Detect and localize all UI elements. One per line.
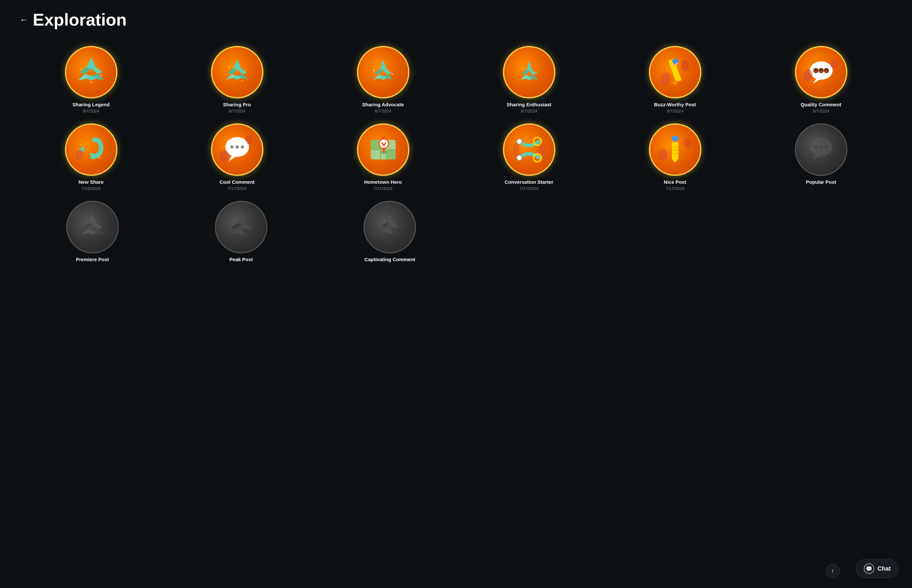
badge-date-hometown-hero: 7/17/2024 bbox=[374, 186, 393, 191]
badge-circle-sharing-legend: ✦ bbox=[65, 46, 118, 99]
badge-circle-sharing-enthusiast: ✦ bbox=[503, 46, 555, 99]
badge-sharing-pro[interactable]: Sharing Pro 8/7/2024 bbox=[166, 46, 308, 113]
svg-point-20 bbox=[241, 80, 243, 81]
svg-point-91 bbox=[512, 143, 520, 157]
badge-circle-cool-comment bbox=[211, 123, 263, 176]
svg-point-101 bbox=[683, 137, 692, 148]
badge-captivating-comment[interactable]: Captivating Comment bbox=[317, 201, 463, 262]
svg-point-45 bbox=[680, 59, 690, 72]
badge-name-new-share: New Share bbox=[78, 179, 104, 185]
badges-container: ✦ bbox=[20, 46, 892, 262]
svg-marker-119 bbox=[386, 213, 393, 223]
badge-circle-sharing-advocate: ✦ bbox=[357, 46, 409, 99]
badge-date-nice-post: 7/17/2024 bbox=[666, 186, 684, 191]
svg-rect-99 bbox=[672, 153, 678, 154]
svg-point-69 bbox=[236, 145, 239, 149]
svg-point-64 bbox=[99, 157, 100, 158]
svg-point-17 bbox=[228, 66, 230, 68]
svg-point-37 bbox=[521, 68, 523, 69]
badge-quality-comment[interactable]: ✦ bbox=[750, 46, 892, 113]
chat-button[interactable]: 💬 Chat bbox=[856, 559, 899, 578]
svg-point-44 bbox=[659, 71, 672, 87]
svg-point-82 bbox=[384, 142, 386, 144]
badge-circle-buzz-worthy-post bbox=[649, 46, 701, 99]
svg-rect-98 bbox=[672, 150, 678, 150]
badge-circle-sharing-pro bbox=[211, 46, 263, 99]
badge-icon-popular-post bbox=[796, 124, 846, 175]
svg-marker-33 bbox=[529, 69, 537, 75]
badge-cool-comment[interactable]: Cool Comment 7/17/2024 bbox=[166, 123, 308, 191]
svg-point-54 bbox=[820, 69, 821, 71]
svg-point-57 bbox=[825, 69, 826, 71]
svg-marker-103 bbox=[813, 155, 820, 160]
svg-marker-120 bbox=[381, 222, 390, 228]
svg-point-70 bbox=[241, 145, 244, 149]
back-button[interactable]: ← bbox=[20, 15, 28, 25]
svg-marker-114 bbox=[231, 223, 241, 229]
badge-popular-post[interactable]: Popular Post bbox=[750, 123, 892, 191]
badge-circle-premiere-post bbox=[66, 201, 119, 253]
badge-name-cool-comment: Cool Comment bbox=[220, 179, 255, 185]
badge-name-buzz-worthy-post: Buzz-Worthy Post bbox=[654, 102, 696, 107]
badge-icon-sharing-advocate bbox=[358, 47, 408, 97]
svg-rect-94 bbox=[672, 136, 678, 141]
svg-point-56 bbox=[820, 71, 822, 72]
svg-point-59 bbox=[825, 71, 827, 72]
svg-marker-109 bbox=[92, 223, 102, 229]
badge-buzz-worthy-post[interactable]: Buzz-Worthy Post 8/7/2024 bbox=[604, 46, 746, 113]
badge-icon-conversation-starter bbox=[504, 125, 554, 174]
badge-icon-peak-post bbox=[216, 202, 266, 252]
svg-point-87 bbox=[517, 139, 522, 144]
svg-rect-95 bbox=[672, 141, 678, 142]
scroll-up-button[interactable]: ↑ bbox=[825, 564, 840, 578]
badge-icon-captivating-comment bbox=[365, 202, 415, 252]
svg-point-52 bbox=[816, 69, 817, 71]
badge-conversation-starter[interactable]: Conversation Starter 7/17/2024 bbox=[458, 123, 600, 191]
badge-date-conversation-starter: 7/17/2024 bbox=[520, 186, 539, 191]
svg-point-83 bbox=[382, 144, 386, 146]
svg-marker-111 bbox=[94, 229, 104, 234]
svg-marker-11 bbox=[233, 59, 241, 69]
badge-circle-captivating-comment bbox=[363, 201, 416, 253]
badge-name-conversation-starter: Conversation Starter bbox=[505, 179, 553, 185]
svg-point-19 bbox=[233, 81, 234, 82]
badge-name-premiere-post: Premiere Post bbox=[76, 257, 109, 262]
badge-icon-new-share bbox=[66, 125, 116, 174]
badges-row-3: Premiere Post Peak Post bbox=[20, 201, 892, 262]
badge-date-sharing-legend: 8/7/2024 bbox=[83, 108, 99, 113]
svg-point-9 bbox=[90, 81, 92, 83]
badge-sharing-enthusiast[interactable]: ✦ Sharing Enthusiast 8/7 bbox=[458, 46, 600, 113]
badge-date-buzz-worthy-post: 8/7/2024 bbox=[667, 108, 683, 113]
svg-rect-97 bbox=[672, 146, 678, 147]
svg-marker-116 bbox=[230, 229, 240, 234]
badge-name-sharing-pro: Sharing Pro bbox=[223, 102, 251, 107]
badge-date-new-share: 7/19/2024 bbox=[82, 186, 101, 191]
badge-name-quality-comment: Quality Comment bbox=[801, 102, 841, 107]
badge-peak-post[interactable]: Peak Post bbox=[168, 201, 314, 262]
svg-point-81 bbox=[381, 142, 383, 144]
badge-name-hometown-hero: Hometown Hero bbox=[364, 179, 402, 185]
badge-hometown-hero[interactable]: ✦ bbox=[312, 123, 454, 191]
badges-row-2: New Share 7/19/2024 bbox=[20, 123, 892, 191]
badge-icon-buzz-worthy-post bbox=[650, 47, 700, 97]
badge-premiere-post[interactable]: Premiere Post bbox=[20, 201, 165, 262]
badge-icon-sharing-pro bbox=[212, 47, 262, 97]
badge-date-cool-comment: 7/17/2024 bbox=[228, 186, 247, 191]
chat-label: Chat bbox=[878, 565, 891, 572]
svg-marker-67 bbox=[229, 156, 237, 161]
badge-sharing-advocate[interactable]: ✦ Sharing Advocate 8/7/2 bbox=[312, 46, 454, 113]
svg-marker-121 bbox=[390, 222, 398, 228]
svg-rect-75 bbox=[386, 150, 395, 160]
badge-nice-post[interactable]: Nice Post 7/17/2024 bbox=[604, 123, 746, 191]
badge-new-share[interactable]: New Share 7/19/2024 bbox=[20, 123, 162, 191]
svg-marker-47 bbox=[813, 79, 821, 84]
svg-marker-31 bbox=[526, 61, 532, 71]
badge-name-sharing-advocate: Sharing Advocate bbox=[362, 102, 404, 107]
badge-circle-hometown-hero: ✦ bbox=[357, 123, 409, 176]
svg-point-18 bbox=[245, 70, 246, 71]
badge-sharing-legend[interactable]: ✦ bbox=[20, 46, 162, 113]
badge-circle-quality-comment: ✦ bbox=[795, 46, 847, 99]
svg-point-63 bbox=[80, 144, 81, 145]
svg-point-28 bbox=[373, 70, 374, 71]
badge-name-popular-post: Popular Post bbox=[806, 179, 836, 185]
